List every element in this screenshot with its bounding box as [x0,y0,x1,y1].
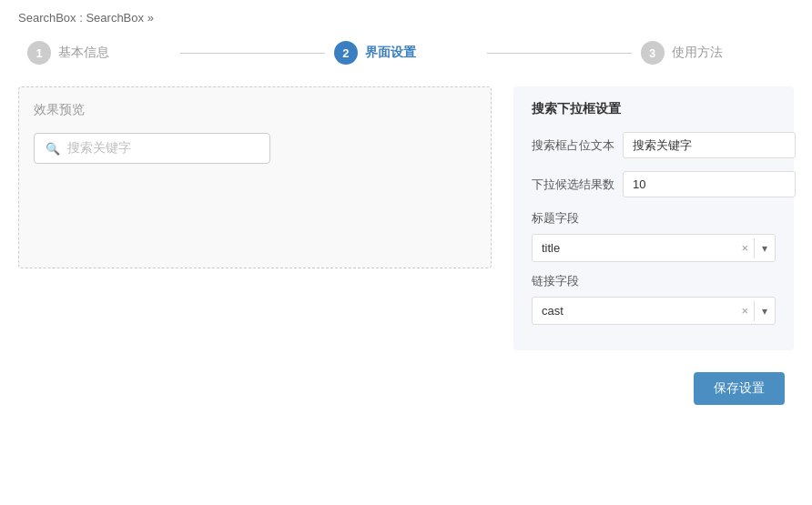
placeholder-field-row: 搜索框占位文本 [532,132,776,158]
step-1[interactable]: 1 基本信息 [27,41,171,65]
main-content: 效果预览 🔍 搜索关键字 搜索下拉框设置 搜索框占位文本 下拉候选结果数 标题字… [18,86,794,350]
step-2[interactable]: 2 界面设置 [334,41,478,65]
step-2-circle: 2 [334,41,358,65]
step-1-label: 基本信息 [58,45,109,61]
step-3-circle: 3 [641,41,665,65]
placeholder-label: 搜索框占位文本 [532,137,614,154]
link-field-dropdown-button[interactable]: ▾ [754,301,775,321]
step-3-label: 使用方法 [672,45,723,61]
results-input[interactable] [623,171,796,197]
link-field-select[interactable]: cast × ▾ [532,297,776,325]
step-line-1 [180,53,324,54]
search-preview-placeholder: 搜索关键字 [67,140,131,157]
step-2-label: 界面设置 [365,45,416,61]
search-icon: 🔍 [46,142,60,156]
step-1-circle: 1 [27,41,51,65]
title-field-dropdown-button[interactable]: ▾ [754,238,775,258]
settings-panel: 搜索下拉框设置 搜索框占位文本 下拉候选结果数 标题字段 title × ▾ 链… [513,86,794,350]
save-button[interactable]: 保存设置 [694,372,785,405]
search-preview-box: 🔍 搜索关键字 [34,133,270,164]
title-field-clear-button[interactable]: × [736,237,754,258]
link-field-clear-button[interactable]: × [736,300,754,321]
results-field-row: 下拉候选结果数 [532,171,776,197]
footer-row: 保存设置 [18,372,794,405]
results-label: 下拉候选结果数 [532,177,614,193]
settings-panel-title: 搜索下拉框设置 [532,101,776,117]
link-field-label: 链接字段 [532,273,776,289]
title-field-value: title [542,235,736,261]
title-field-label: 标题字段 [532,210,776,227]
link-field-value: cast [542,298,736,324]
stepper: 1 基本信息 2 界面设置 3 使用方法 [18,41,794,65]
title-field-select[interactable]: title × ▾ [532,234,776,262]
step-line-2 [487,53,631,54]
breadcrumb: SearchBox : SearchBox » [18,11,794,25]
preview-label: 效果预览 [34,102,476,118]
placeholder-input[interactable] [623,132,796,158]
preview-panel: 效果预览 🔍 搜索关键字 [18,86,492,268]
step-3[interactable]: 3 使用方法 [641,41,785,65]
